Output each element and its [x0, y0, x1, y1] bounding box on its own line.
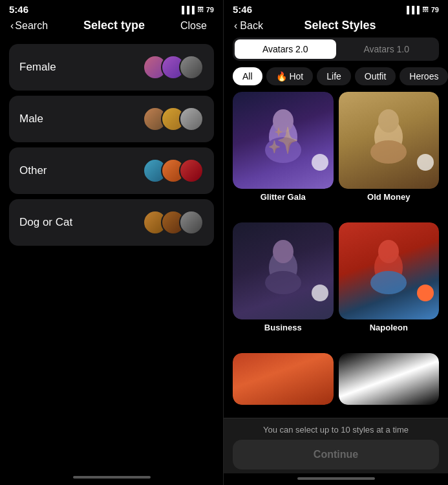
svg-point-5 — [370, 140, 407, 164]
style-card-style5[interactable] — [233, 353, 334, 405]
select-btn-napoleon[interactable] — [417, 285, 434, 301]
svg-point-1 — [273, 109, 293, 133]
svg-point-11 — [370, 271, 407, 294]
battery-icon-left: 79 — [206, 6, 214, 14]
home-indicator-right — [224, 473, 448, 485]
page-title-right: Select Styles — [268, 19, 412, 32]
left-panel: 5:46 ▐▐▐ 𝌚 79 ‹ Search Select type Close… — [0, 0, 223, 485]
style-card-napoleon[interactable]: Napoleon — [339, 222, 440, 348]
type-label-female: Female — [19, 61, 56, 74]
style-name-old-money: Old Money — [339, 189, 440, 204]
select-btn-business[interactable] — [312, 285, 328, 301]
avatar-group-dogcat — [143, 210, 204, 235]
filter-chip-all[interactable]: All — [233, 67, 262, 85]
type-label-dogcat: Dog or Cat — [19, 216, 72, 229]
style-card-old-money[interactable]: Old Money — [339, 92, 440, 217]
tab-avatars-1[interactable]: Avatars 1.0 — [336, 39, 438, 59]
style-name-napoleon: Napoleon — [339, 319, 440, 335]
style-card-glitter-gala[interactable]: Glitter Gala — [233, 92, 334, 217]
style-card-business[interactable]: Business — [233, 222, 334, 348]
styles-grid: Glitter Gala Old Money — [224, 92, 448, 418]
nav-close-left[interactable]: Close — [180, 20, 213, 32]
type-label-other: Other — [19, 164, 47, 177]
filter-chip-hot[interactable]: 🔥 Hot — [266, 67, 314, 85]
status-bar-left: 5:46 ▐▐▐ 𝌚 79 — [0, 0, 223, 16]
back-button-right[interactable]: ‹ Back — [234, 20, 263, 32]
chevron-left-icon-left: ‹ — [10, 20, 14, 32]
home-indicator-left — [0, 471, 223, 485]
signal-icon-right: ▐▐▐ — [404, 6, 419, 14]
right-panel: 5:46 ▐▐▐ 𝌚 79 ‹ Back Select Styles Avata… — [224, 0, 448, 485]
bottom-hint: You can select up to 10 styles at a time — [233, 425, 439, 435]
svg-point-8 — [265, 271, 301, 294]
status-bar-right: 5:46 ▐▐▐ 𝌚 79 — [224, 0, 448, 16]
type-item-dogcat[interactable]: Dog or Cat — [9, 199, 214, 246]
style-card-inner-style6 — [339, 353, 440, 405]
home-bar-left — [73, 476, 151, 479]
chevron-left-icon-right: ‹ — [234, 20, 237, 32]
nav-bar-right: ‹ Back Select Styles — [224, 16, 448, 38]
style-card-inner-oldmoney — [339, 92, 440, 189]
status-icons-left: ▐▐▐ 𝌚 79 — [179, 5, 214, 14]
filter-row: All 🔥 Hot Life Outfit Heroes — [224, 67, 448, 92]
type-list: Female Male Other Dog or C — [0, 38, 223, 252]
wifi-icon-right: 𝌚 — [422, 5, 429, 14]
style-card-inner-style5 — [233, 353, 334, 405]
home-bar-right — [297, 477, 375, 480]
nav-bar-left: ‹ Search Select type Close — [0, 16, 223, 38]
battery-icon-right: 79 — [431, 6, 439, 14]
tab-avatars-2[interactable]: Avatars 2.0 — [235, 39, 336, 59]
version-tabs: Avatars 2.0 Avatars 1.0 — [233, 38, 439, 61]
status-icons-right: ▐▐▐ 𝌚 79 — [404, 5, 439, 14]
bottom-bar: You can select up to 10 styles at a time… — [224, 418, 448, 473]
svg-point-7 — [273, 240, 293, 263]
avatar-group-male — [143, 107, 204, 131]
svg-point-2 — [265, 137, 301, 163]
style-card-style6[interactable] — [339, 353, 440, 405]
close-label: Close — [180, 20, 207, 31]
style-name-glitter-gala: Glitter Gala — [233, 189, 334, 204]
style-card-inner-business — [233, 222, 334, 319]
avatar-3-dogcat — [179, 210, 204, 235]
time-left: 5:46 — [9, 4, 28, 15]
filter-chip-heroes[interactable]: Heroes — [400, 67, 448, 85]
type-label-male: Male — [19, 113, 43, 125]
page-title-left: Select type — [83, 19, 145, 32]
avatar-3-other — [179, 158, 204, 183]
avatar-group-other — [143, 158, 204, 183]
filter-chip-outfit[interactable]: Outfit — [355, 67, 396, 85]
select-btn-glitter-gala[interactable] — [312, 154, 328, 171]
avatar-3-male — [179, 107, 204, 131]
back-label-left: Search — [15, 20, 48, 32]
svg-point-4 — [378, 109, 399, 133]
type-item-other[interactable]: Other — [9, 147, 214, 194]
back-label-right: Back — [240, 20, 263, 32]
type-item-female[interactable]: Female — [9, 44, 214, 91]
select-btn-old-money[interactable] — [417, 154, 434, 171]
signal-icon-left: ▐▐▐ — [179, 6, 194, 14]
style-name-business: Business — [233, 319, 334, 335]
back-button-left[interactable]: ‹ Search — [10, 20, 48, 32]
avatar-group-female — [143, 55, 204, 80]
wifi-icon-left: 𝌚 — [197, 5, 204, 14]
avatar-3-female — [179, 55, 204, 80]
filter-chip-life[interactable]: Life — [317, 67, 351, 85]
continue-button[interactable]: Continue — [233, 440, 439, 469]
time-right: 5:46 — [233, 4, 252, 15]
style-card-inner-napoleon — [339, 222, 440, 319]
type-item-male[interactable]: Male — [9, 96, 214, 142]
style-card-inner-glitter — [233, 92, 334, 189]
svg-point-10 — [378, 240, 399, 263]
